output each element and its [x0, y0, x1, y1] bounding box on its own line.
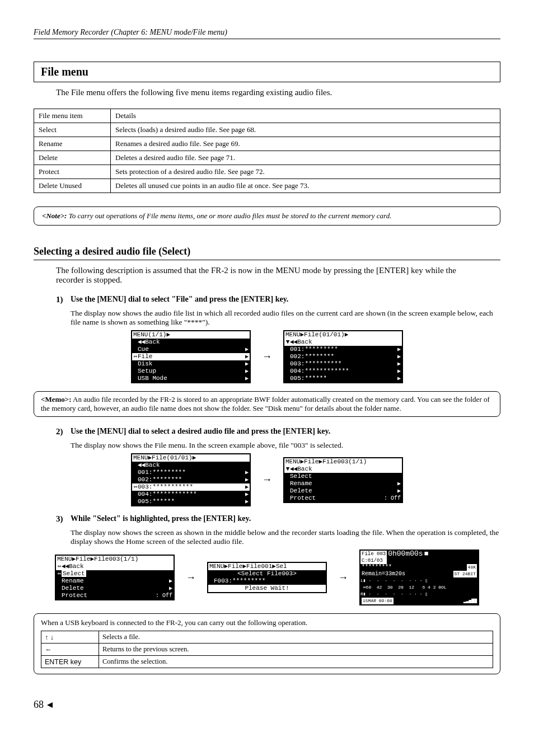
- memo-box: <Memo>: An audio file recorded by the FR…: [34, 391, 500, 417]
- page-arrow-icon: [47, 702, 53, 708]
- file-menu-items-table: File menu item Details SelectSelects (lo…: [34, 109, 500, 193]
- table-row: SelectSelects (loads) a desired audio fi…: [34, 123, 500, 137]
- flow-arrow-icon: →: [262, 474, 272, 486]
- lcd-file-menu: MENU▶File▶File003(1/1) ▼◀◀Back Select Re…: [283, 457, 403, 503]
- page-number: 68: [34, 699, 500, 711]
- step-1: 1) Use the [MENU] dial to select "File" …: [56, 295, 500, 304]
- step-number: 1): [56, 295, 71, 304]
- step-number: 3): [56, 514, 71, 524]
- memo-text: An audio file recorded by the FR-2 is st…: [41, 395, 490, 412]
- table-row: RenameRenames a desired audio file. See …: [34, 137, 500, 151]
- table-row: ↑ ↓Selects a file.: [41, 631, 493, 644]
- keyboard-box: When a USB keyboard is connected to the …: [34, 613, 500, 674]
- lcd-file-list: MENU▶File(01/01)▶ ▼◀◀Back 001:*********▶…: [283, 330, 403, 383]
- lcd-menu-main: MENU(1/1)▶ ◀◀Back Cue▶⇔File▶ Disk▶ Setup…: [131, 330, 251, 383]
- flow-arrow-icon: →: [338, 572, 348, 584]
- step-bold: Use the [MENU] dial to select "File" and…: [71, 295, 288, 303]
- keyboard-intro: When a USB keyboard is connected to the …: [41, 618, 493, 627]
- step-3: 3) While "Select" is highlighted, press …: [56, 514, 500, 524]
- step-3-sub: The display now shows the screen as show…: [71, 528, 500, 546]
- lcd-row-3: MENU▶File▶File003(1/1) ⇔◀◀Back⇔Select Re…: [34, 550, 500, 605]
- lcd-row-2: MENU▶File(01/01)▶ ◀◀Back 001:*********▶ …: [34, 453, 500, 506]
- table-row: ENTER keyConfirms the selection.: [41, 656, 493, 668]
- lcd-file-list-select: MENU▶File(01/01)▶ ◀◀Back 001:*********▶ …: [131, 453, 251, 506]
- note-box: <Note>: To carry out operations of File …: [34, 206, 500, 226]
- file-menu-title: File menu: [34, 62, 500, 82]
- table-row: DeleteDeletes a desired audio file. See …: [34, 151, 500, 165]
- section-intro: The following description is assumed tha…: [56, 266, 478, 285]
- lcd-file-menu-select: MENU▶File▶File003(1/1) ⇔◀◀Back⇔Select Re…: [55, 555, 175, 600]
- lcd-row-1: MENU(1/1)▶ ◀◀Back Cue▶⇔File▶ Disk▶ Setup…: [34, 330, 500, 383]
- section-heading: Selecting a desired audio file (Select): [34, 246, 500, 260]
- lcd-home-screen: File 003 C:01/03 0h00m00s ■ *********48K…: [359, 550, 479, 605]
- page-header: Field Memory Recorder (Chapter 6: MENU m…: [34, 28, 500, 39]
- step-bold: While "Select" is highlighted, press the…: [71, 514, 251, 523]
- flow-arrow-icon: →: [262, 351, 272, 363]
- table-row: ←Returns to the previous screen.: [41, 644, 493, 656]
- table-header-row: File menu item Details: [34, 109, 500, 123]
- col-header-item: File menu item: [34, 109, 111, 123]
- table-row: Delete UnusedDeletes all unused cue poin…: [34, 179, 500, 193]
- flow-arrow-icon: →: [186, 572, 196, 584]
- note-text: To carry out operations of File menu ite…: [69, 212, 392, 220]
- step-1-sub: The display now shows the audio file lis…: [71, 309, 500, 327]
- step-2: 2) Use the [MENU] dial to select a desir…: [56, 427, 500, 436]
- col-header-details: Details: [111, 109, 500, 123]
- memo-label: <Memo>:: [41, 395, 72, 403]
- step-2-sub: The display now shows the File menu. In …: [71, 441, 500, 450]
- keyboard-table: ↑ ↓Selects a file. ←Returns to the previ…: [41, 631, 493, 668]
- intro-text: The File menu offers the following five …: [56, 88, 500, 97]
- table-row: ProtectSets protection of a desired audi…: [34, 165, 500, 179]
- step-number: 2): [56, 427, 71, 436]
- step-bold: Use the [MENU] dial to select a desired …: [71, 427, 330, 435]
- note-label: <Note>:: [42, 212, 67, 220]
- lcd-select-progress: MENU▶File▶File001▶Sel <Select File003> F…: [207, 562, 327, 593]
